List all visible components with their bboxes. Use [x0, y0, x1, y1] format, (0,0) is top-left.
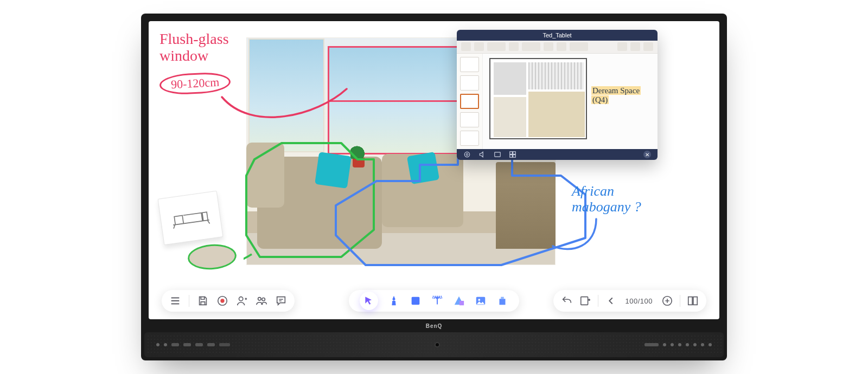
app-ribbon — [457, 41, 658, 54]
undo-icon[interactable] — [561, 295, 573, 307]
svg-rect-12 — [412, 297, 420, 305]
screen-share-footer: ✕ — [457, 149, 658, 160]
add-user-icon[interactable] — [236, 295, 248, 307]
pen-tool[interactable] — [388, 295, 400, 307]
grid-icon[interactable] — [509, 151, 516, 158]
page-overview-icon[interactable] — [687, 295, 699, 307]
svg-rect-17 — [580, 297, 588, 305]
brand-logo: BenQ — [141, 319, 727, 332]
toolbar-right: 100/100 — [553, 290, 707, 312]
svg-rect-2 — [495, 152, 501, 157]
svg-point-1 — [464, 152, 469, 157]
slide-canvas[interactable]: Deream Space (Q4) — [483, 54, 658, 149]
annotation-blue-line2: mabogany ? — [572, 199, 641, 215]
sofa-sketch-card[interactable] — [158, 191, 224, 245]
svg-point-11 — [262, 298, 265, 301]
screen-share-window[interactable]: Ted_Tablet Deream Space (Q4) — [457, 30, 658, 160]
add-page-icon[interactable] — [661, 295, 673, 307]
interactive-display: Flush-glass window 90-120cm African mabo… — [141, 14, 727, 360]
menu-icon[interactable] — [169, 295, 181, 307]
select-tool[interactable] — [360, 292, 378, 310]
svg-rect-6 — [513, 155, 516, 158]
screen-share-title[interactable]: Ted_Tablet — [457, 30, 658, 41]
pillow-2 — [407, 152, 439, 184]
svg-rect-4 — [513, 152, 516, 154]
svg-rect-19 — [688, 297, 692, 305]
record-icon[interactable] — [216, 295, 228, 307]
slide-thumbnails[interactable] — [457, 54, 483, 149]
pillow-1 — [315, 152, 352, 189]
annotation-window-label[interactable]: Flush-glass window 90-120cm — [159, 31, 231, 94]
toolbar-left — [162, 290, 295, 312]
comment-icon[interactable] — [275, 295, 287, 307]
svg-rect-20 — [693, 297, 697, 305]
svg-rect-3 — [510, 152, 513, 154]
whiteboard-canvas[interactable]: Flush-glass window 90-120cm African mabo… — [149, 21, 719, 319]
prev-page-icon[interactable] — [605, 295, 617, 307]
audio-icon[interactable] — [478, 151, 486, 158]
annotated-window[interactable] — [328, 46, 463, 154]
svg-point-9 — [239, 297, 243, 301]
annotation-floor-label[interactable]: African mabogany ? — [572, 184, 641, 215]
group-icon[interactable] — [256, 295, 267, 307]
wood-swatch[interactable] — [187, 243, 238, 271]
text-tool[interactable] — [431, 295, 443, 307]
widgets-tool[interactable] — [496, 295, 508, 307]
svg-rect-14 — [459, 301, 464, 305]
soundbar — [144, 332, 724, 357]
dining-table — [496, 162, 556, 249]
page-counter: 100/100 — [623, 297, 655, 305]
annotation-red-line2: window — [159, 47, 208, 64]
slide-note-line1: Deream Space — [591, 86, 641, 95]
slide-note-line2: (Q4) — [591, 95, 609, 104]
geometry-tool[interactable] — [453, 295, 465, 307]
camera-icon — [435, 342, 440, 347]
selected-slide-thumb[interactable] — [460, 94, 479, 109]
image-tool[interactable] — [475, 295, 487, 307]
shape-tool[interactable] — [410, 295, 422, 307]
toolbar-center — [349, 290, 519, 312]
svg-point-10 — [258, 298, 261, 301]
export-icon[interactable] — [579, 295, 591, 307]
fullscreen-icon[interactable] — [494, 151, 501, 158]
annotation-blue-line1: African — [572, 183, 614, 199]
cast-icon[interactable] — [463, 151, 471, 158]
save-icon[interactable] — [197, 295, 209, 307]
plant — [349, 146, 368, 167]
svg-point-16 — [478, 299, 480, 301]
slide-handwritten-note[interactable]: Deream Space (Q4) — [591, 86, 641, 105]
close-icon[interactable]: ✕ — [643, 151, 651, 158]
annotation-red-measure: 90-120cm — [159, 71, 231, 95]
floor-plan[interactable] — [489, 58, 587, 139]
svg-rect-5 — [510, 155, 513, 158]
annotation-red-line1: Flush-glass — [159, 30, 229, 47]
window-left — [248, 38, 324, 152]
svg-point-8 — [220, 299, 224, 302]
svg-point-0 — [466, 153, 468, 156]
blue-connector-line — [550, 216, 599, 260]
